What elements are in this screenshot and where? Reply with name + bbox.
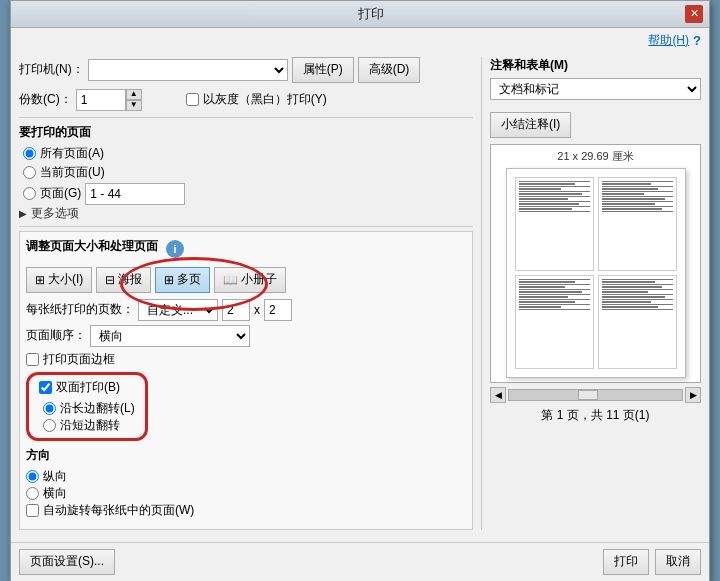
tab-multipage-label: 多页	[177, 271, 201, 288]
pages-x-input[interactable]	[222, 299, 250, 321]
auto-rotate-row: 自动旋转每张纸中的页面(W)	[26, 502, 466, 519]
long-edge-label: 沿长边翻转(L)	[60, 400, 135, 417]
grayscale-label: 以灰度（黑白）打印(Y)	[203, 91, 327, 108]
x-label: x	[254, 303, 260, 317]
scroll-thumb	[578, 390, 598, 400]
printer-row: 打印机(N)： 属性(P) 高级(D)	[19, 57, 473, 83]
duplex-radio-group: 沿长边翻转(L) 沿短边翻转	[43, 400, 135, 434]
print-frame-row: 打印页面边框	[26, 351, 466, 368]
info-icon: i	[166, 240, 184, 258]
help-link[interactable]: 帮助(H)	[648, 32, 689, 49]
copies-spinner[interactable]: ▲ ▼	[76, 89, 142, 111]
preview-page-3	[515, 275, 594, 369]
spinner-down[interactable]: ▼	[126, 100, 142, 111]
adjust-title: 调整页面大小和处理页面	[26, 238, 158, 255]
landscape-row: 横向	[26, 485, 466, 502]
adjust-section: 调整页面大小和处理页面 i ⊞ 大小(I) ⊟ 海报 ⊞ 多页	[19, 231, 473, 530]
pages-y-input[interactable]	[264, 299, 292, 321]
bottom-bar: 页面设置(S)... 打印 取消	[11, 542, 709, 581]
portrait-row: 纵向	[26, 468, 466, 485]
scroll-right-arrow[interactable]: ▶	[685, 387, 701, 403]
page-range-input[interactable]	[85, 183, 185, 205]
title-bar: 打印 ✕	[11, 1, 709, 28]
annotation-title: 注释和表单(M)	[490, 57, 701, 74]
tab-poster-label: 海报	[118, 271, 142, 288]
printer-select[interactable]	[88, 59, 288, 81]
duplex-checkbox[interactable]	[39, 381, 52, 394]
all-pages-radio[interactable]	[23, 147, 36, 160]
copies-label: 份数(C)：	[19, 91, 72, 108]
short-edge-label: 沿短边翻转	[60, 417, 120, 434]
grayscale-checkbox[interactable]	[186, 93, 199, 106]
tab-poster[interactable]: ⊟ 海报	[96, 267, 151, 293]
annotation-select[interactable]: 文档和标记 文档 无	[490, 78, 701, 100]
bottom-right-buttons: 打印 取消	[603, 549, 701, 575]
page-range-radio[interactable]	[23, 187, 36, 200]
advanced-button[interactable]: 高级(D)	[358, 57, 421, 83]
scroll-bar: ◀ ▶	[490, 387, 701, 403]
spinner-buttons: ▲ ▼	[126, 89, 142, 111]
tab-size-label: 大小(I)	[48, 271, 83, 288]
auto-rotate-label: 自动旋转每张纸中的页面(W)	[43, 502, 194, 519]
grayscale-row: 以灰度（黑白）打印(Y)	[186, 91, 327, 108]
page-setup-button[interactable]: 页面设置(S)...	[19, 549, 115, 575]
small-note-button[interactable]: 小结注释(I)	[490, 112, 571, 138]
landscape-label: 横向	[43, 485, 67, 502]
cancel-button[interactable]: 取消	[655, 549, 701, 575]
tab-size-icon: ⊞	[35, 273, 45, 287]
tab-row: ⊞ 大小(I) ⊟ 海报 ⊞ 多页 📖 小册子	[26, 267, 466, 293]
spinner-up[interactable]: ▲	[126, 89, 142, 100]
tab-booklet-icon: 📖	[223, 273, 238, 287]
scroll-track[interactable]	[508, 389, 683, 401]
page-preview	[506, 168, 686, 378]
page-order-select[interactable]: 横向 纵向	[90, 325, 250, 347]
pages-section: 要打印的页面 所有页面(A) 当前页面(U) 页面(G)	[19, 124, 473, 222]
pages-radio-group: 所有页面(A) 当前页面(U) 页面(G)	[23, 145, 473, 205]
tab-size[interactable]: ⊞ 大小(I)	[26, 267, 92, 293]
help-question-icon[interactable]: ?	[693, 33, 701, 48]
long-edge-row: 沿长边翻转(L)	[43, 400, 135, 417]
page-range-label: 页面(G)	[40, 185, 81, 202]
tab-booklet-label: 小册子	[241, 271, 277, 288]
more-options[interactable]: ▶ 更多选项	[19, 205, 473, 222]
duplex-label: 双面打印(B)	[56, 379, 120, 396]
pages-section-title: 要打印的页面	[19, 124, 473, 141]
page-range-row: 页面(G)	[23, 183, 473, 205]
preview-size-text: 21 x 29.69 厘米	[495, 149, 696, 164]
direction-title: 方向	[26, 447, 466, 464]
copies-input[interactable]	[76, 89, 126, 111]
print-frame-label: 打印页面边框	[43, 351, 115, 368]
scroll-left-arrow[interactable]: ◀	[490, 387, 506, 403]
portrait-radio[interactable]	[26, 470, 39, 483]
landscape-radio[interactable]	[26, 487, 39, 500]
preview-area: 21 x 29.69 厘米	[490, 144, 701, 383]
auto-rotate-checkbox[interactable]	[26, 504, 39, 517]
tab-booklet[interactable]: 📖 小册子	[214, 267, 286, 293]
dialog-body: 打印机(N)： 属性(P) 高级(D) 份数(C)： ▲ ▼	[11, 49, 709, 538]
portrait-label: 纵向	[43, 468, 67, 485]
current-page-row: 当前页面(U)	[23, 164, 473, 181]
current-page-label: 当前页面(U)	[40, 164, 105, 181]
short-edge-radio[interactable]	[43, 419, 56, 432]
tab-multipage[interactable]: ⊞ 多页	[155, 267, 210, 293]
close-button[interactable]: ✕	[685, 5, 703, 23]
preview-page-1	[515, 177, 594, 271]
current-page-radio[interactable]	[23, 166, 36, 179]
duplex-box: 双面打印(B) 沿长边翻转(L) 沿短边翻转	[26, 372, 148, 441]
long-edge-radio[interactable]	[43, 402, 56, 415]
pages-per-sheet-row: 每张纸打印的页数： 自定义... x	[26, 299, 466, 321]
more-options-label: 更多选项	[31, 205, 79, 222]
direction-section: 方向 纵向 横向 自动旋转每张纸中的页面(W)	[26, 447, 466, 519]
tab-poster-icon: ⊟	[105, 273, 115, 287]
pages-per-sheet-label: 每张纸打印的页数：	[26, 301, 134, 318]
printer-label: 打印机(N)：	[19, 61, 84, 78]
print-frame-checkbox[interactable]	[26, 353, 39, 366]
print-button[interactable]: 打印	[603, 549, 649, 575]
page-order-label: 页面顺序：	[26, 327, 86, 344]
tab-multipage-icon: ⊞	[164, 273, 174, 287]
duplex-container: 双面打印(B) 沿长边翻转(L) 沿短边翻转	[26, 372, 148, 441]
pages-per-sheet-select[interactable]: 自定义...	[138, 299, 218, 321]
page-counter: 第 1 页，共 11 页(1)	[490, 407, 701, 424]
properties-button[interactable]: 属性(P)	[292, 57, 354, 83]
print-dialog: 打印 ✕ 帮助(H) ? 打印机(N)： 属性(P) 高级(D) 份数(C)：	[10, 0, 710, 581]
